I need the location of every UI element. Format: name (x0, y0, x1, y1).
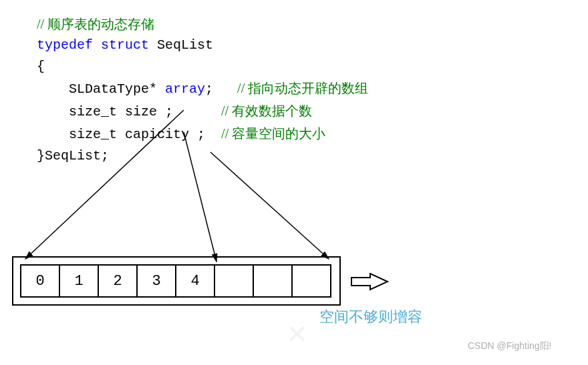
brace-close: }SeqList; (37, 145, 368, 167)
array-cells: 0 1 2 3 4 (20, 264, 331, 298)
comment-array: // 指向动态开辟的数组 (237, 81, 368, 95)
csdn-watermark: CSDN @Fighting阳! (468, 340, 551, 352)
struct-decl-line: typedef struct SeqList (37, 35, 368, 56)
field-array-line: SLDataType* array; // 指向动态开辟的数组 (37, 77, 368, 100)
cell-0: 0 (20, 264, 60, 298)
cell-3: 3 (136, 264, 176, 298)
size-decl: size_t size ; (69, 104, 173, 119)
outline-arrow-icon (350, 271, 390, 292)
comment-top: // 顺序表的动态存储 (37, 13, 368, 35)
field-cap-line: size_t capicity ; // 容量空间的大小 (37, 123, 368, 145)
watermark-icon: ✕ (286, 319, 309, 350)
comment-cap: // 容量空间的大小 (221, 126, 325, 141)
svg-line-2 (210, 152, 329, 259)
caption-text: 空间不够则增容 (319, 307, 422, 327)
type-slDataType: SLDataType* (69, 81, 165, 97)
comment-size: // 有效数据个数 (221, 103, 312, 118)
keyword-typedef: typedef (37, 37, 93, 53)
cell-5 (214, 264, 254, 298)
field-size-line: size_t size ; // 有效数据个数 (37, 100, 368, 123)
keyword-struct: struct (101, 37, 149, 53)
cap-decl: size_t capicity ; (69, 127, 205, 142)
cell-6 (253, 264, 293, 298)
cell-4: 4 (175, 264, 215, 298)
var-array: array (165, 81, 205, 97)
brace-open: { (37, 56, 368, 77)
cell-2: 2 (98, 264, 138, 298)
cell-7 (291, 264, 331, 298)
cell-1: 1 (59, 264, 99, 298)
struct-name: SeqList (157, 37, 213, 53)
code-block: // 顺序表的动态存储 typedef struct SeqList { SLD… (37, 13, 368, 167)
